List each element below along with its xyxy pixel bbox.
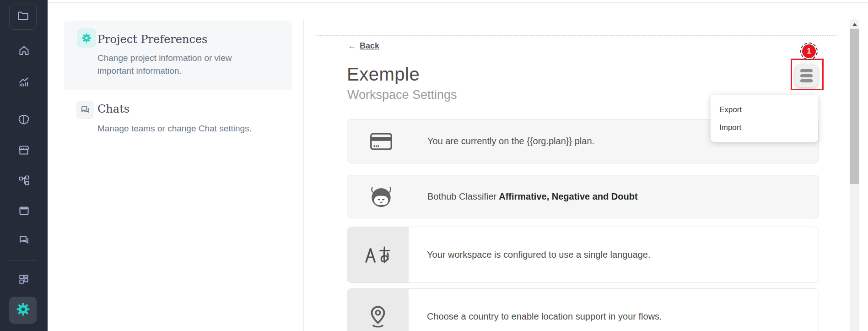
location-pin-icon <box>347 289 409 331</box>
section-title: Project Preferences <box>97 33 207 46</box>
page-title: Exemple <box>347 64 420 85</box>
robot-icon <box>367 185 396 209</box>
brain-icon <box>17 114 30 128</box>
window-icon <box>18 205 30 219</box>
back-label: Back <box>360 41 379 50</box>
chats-icon <box>18 234 30 248</box>
sidebar-item-store[interactable] <box>0 142 48 160</box>
content-dashed-border <box>316 35 837 36</box>
chats-icon <box>76 101 94 119</box>
card-classifier: Bothub ClassifierAffirmative, Negative a… <box>347 175 819 218</box>
back-link[interactable]: ←Back <box>348 41 379 51</box>
sidebar-item-project[interactable] <box>9 4 37 30</box>
workspace-menu-button[interactable] <box>795 64 818 87</box>
flows-icon <box>18 174 30 189</box>
translate-icon <box>347 227 409 282</box>
section-description: Change project information or view impor… <box>97 52 244 77</box>
sidebar-item-home[interactable] <box>0 42 48 60</box>
scrollbar-track[interactable] <box>850 20 859 331</box>
home-icon <box>18 44 30 59</box>
sidebar-item-apps[interactable] <box>0 271 48 289</box>
gear-icon <box>16 302 30 318</box>
back-arrow-icon: ← <box>348 41 356 51</box>
section-title: Chats <box>97 103 129 115</box>
sidebar <box>0 0 48 331</box>
scrollbar-thumb[interactable] <box>850 29 859 184</box>
sidebar-item-settings[interactable] <box>9 297 37 324</box>
sidebar-divider <box>9 260 37 260</box>
sidebar-item-intelligence[interactable] <box>0 112 48 130</box>
card-language[interactable]: Your workspace is configured to use a si… <box>347 227 819 283</box>
card-plan-text: You are currently on the {{org.plan}} pl… <box>427 136 594 147</box>
sidebar-item-analytics[interactable] <box>0 74 48 92</box>
scroll-up-arrow-icon <box>852 23 857 26</box>
store-icon <box>17 144 30 158</box>
credit-card-icon <box>367 131 396 152</box>
menu-item-export[interactable]: Export <box>711 101 818 119</box>
sidebar-item-flows[interactable] <box>0 172 48 190</box>
top-divider <box>48 2 868 3</box>
card-country-text: Choose a country to enable location supp… <box>427 311 662 322</box>
annotation-badge: 1 <box>801 43 817 59</box>
workspace-menu-dropdown: Export Import <box>711 95 818 142</box>
apps-grid-icon <box>18 273 30 287</box>
classifier-label: Bothub Classifier <box>427 191 496 201</box>
card-classifier-text: Bothub ClassifierAffirmative, Negative a… <box>427 191 638 202</box>
folder-icon <box>17 10 29 24</box>
classifier-name: Affirmative, Negative and Doubt <box>499 191 637 201</box>
page-subtitle: Workspace Settings <box>347 88 457 102</box>
scrollbar-up-button[interactable] <box>850 20 859 29</box>
panel-divider <box>303 20 304 331</box>
sidebar-item-chats[interactable] <box>0 232 48 250</box>
analytics-icon <box>17 76 30 90</box>
sidebar-item-studio[interactable] <box>0 202 48 221</box>
menu-item-import[interactable]: Import <box>711 119 818 136</box>
settings-nav-chats[interactable]: Chats Manage teams or change Chat settin… <box>64 97 292 147</box>
settings-nav-project-preferences[interactable]: Project Preferences Change project infor… <box>64 21 292 90</box>
card-country[interactable]: Choose a country to enable location supp… <box>347 288 819 331</box>
card-language-text: Your workspace is configured to use a si… <box>427 250 650 260</box>
section-description: Manage teams or change Chat settings. <box>97 124 290 134</box>
workspace-settings-screen: Project Preferences Change project infor… <box>0 0 868 331</box>
gear-icon <box>77 28 96 48</box>
sidebar-divider <box>9 101 37 101</box>
